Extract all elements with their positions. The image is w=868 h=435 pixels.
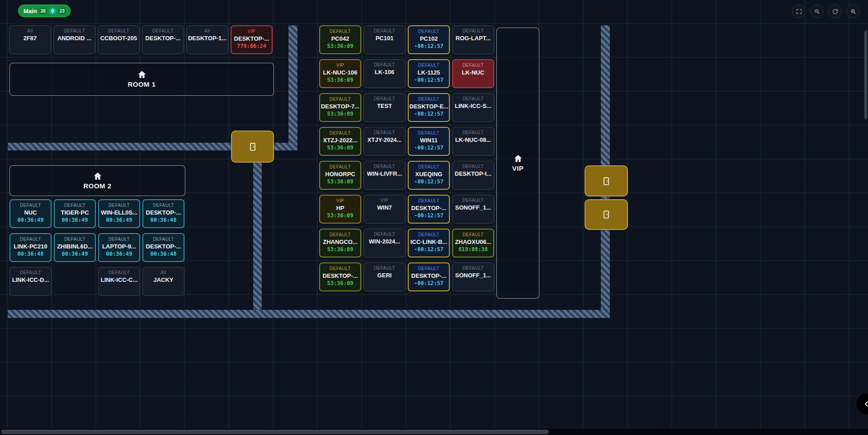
horizontal-scrollbar[interactable] bbox=[0, 429, 868, 435]
pc-card-win-2024[interactable]: DEFAULTWIN-2024... bbox=[363, 229, 406, 257]
pc-card-name: DESKTOP-E... bbox=[410, 103, 448, 110]
pc-card-tag: DEFAULT bbox=[330, 232, 351, 237]
pc-card-time: 00:36:49 bbox=[62, 251, 88, 257]
pc-card-tag: DEFAULT bbox=[374, 96, 395, 101]
pc-card-geri[interactable]: DEFAULTGERI bbox=[363, 262, 406, 291]
pc-card-name: SONOFF_1... bbox=[455, 204, 491, 211]
pc-card-name: PC042 bbox=[331, 35, 349, 42]
pc-card-desktop[interactable]: DEFAULTDESKTOP-...53:36:09 bbox=[319, 262, 361, 291]
pc-card-rog-lapt[interactable]: DEFAULTROG-LAPT... bbox=[452, 25, 494, 54]
pc-card-xueqing[interactable]: DEFAULTXUEQING-00:12:57 bbox=[408, 161, 450, 190]
offline-count-badge: 23 bbox=[58, 8, 66, 14]
pc-card-name: XTJY-2024... bbox=[368, 136, 402, 143]
reset-view-button[interactable] bbox=[828, 5, 842, 18]
pc-card-android[interactable]: DEFAULTANDROID ... bbox=[53, 25, 95, 54]
main-tab-label: Main bbox=[24, 8, 37, 14]
pc-card-link-icc-c[interactable]: DEFAULTLINK-ICC-C... bbox=[98, 267, 140, 296]
pc-card-time: 779:06:24 bbox=[237, 43, 266, 49]
pc-card-pc042[interactable]: DEFAULTPC04253:36:09 bbox=[319, 25, 361, 54]
pc-card-tag: DEFAULT bbox=[330, 97, 351, 102]
zoom-out-button[interactable] bbox=[810, 5, 824, 18]
pc-card-lk-nuc-08[interactable]: DEFAULTLK-NUC-08... bbox=[452, 127, 494, 156]
door-room1[interactable] bbox=[231, 131, 274, 163]
pc-card-win7[interactable]: VIPWIN7 bbox=[363, 195, 406, 224]
pc-card-name: HP bbox=[336, 205, 344, 211]
door-vip-top[interactable] bbox=[585, 165, 628, 196]
pc-card-nuc[interactable]: DEFAULTNUC00:36:49 bbox=[9, 199, 52, 228]
vertical-scrollbar-thumb[interactable] bbox=[864, 31, 867, 119]
pc-card-name: LINK-ICC-S... bbox=[455, 103, 491, 109]
pc-card-time: 00:36:48 bbox=[18, 251, 44, 257]
pc-card-time: 00:36:49 bbox=[106, 251, 132, 257]
pc-card-tag: DEFAULT bbox=[20, 203, 41, 208]
pc-card-tag: DEFAULT bbox=[462, 28, 484, 33]
fullscreen-button[interactable] bbox=[792, 5, 806, 18]
pc-card-time: 53:36:09 bbox=[327, 145, 354, 151]
pc-card-desktop[interactable]: VIPDESKTOP-...779:06:24 bbox=[231, 25, 273, 54]
horizontal-scrollbar-thumb[interactable] bbox=[1, 430, 549, 434]
pc-card-tag: DEFAULT bbox=[330, 29, 351, 34]
pc-card-lk-1125[interactable]: DEFAULTLK-1125-00:12:57 bbox=[408, 59, 450, 88]
pc-card-win-ell0s[interactable]: DEFAULTWIN-ELL0S...00:36:49 bbox=[98, 199, 140, 228]
pc-card-time: 53:36:09 bbox=[327, 281, 354, 286]
pc-card-name: ICC-LINK-B... bbox=[410, 239, 448, 245]
pc-card-name: 2F87 bbox=[24, 35, 37, 42]
pc-card-time: 00:36:49 bbox=[106, 217, 132, 223]
door-vip-bottom[interactable] bbox=[585, 199, 628, 230]
floor-map-canvas: ROOM 1 ROOM 2 VIP All2F87DEFAULTANDROID … bbox=[0, 0, 868, 435]
pc-card-link-icc-s[interactable]: DEFAULTLINK-ICC-S... bbox=[452, 93, 494, 122]
pc-card-laptop-9[interactable]: DEFAULTLAPTOP-9...00:36:49 bbox=[98, 233, 140, 262]
pc-card-zhibinl6d[interactable]: DEFAULTZHIBINL6D...00:36:49 bbox=[54, 233, 96, 262]
pc-card-desktop[interactable]: DEFAULTDESKTOP-...-00:12:57 bbox=[408, 195, 450, 224]
pc-card-time: -00:12:57 bbox=[414, 43, 443, 49]
pc-card-desktop[interactable]: DEFAULTDESKTOP-...00:36:48 bbox=[142, 233, 184, 262]
reset-view-icon bbox=[832, 8, 839, 15]
pc-card-tag: DEFAULT bbox=[462, 232, 484, 237]
pc-card-pc101[interactable]: DEFAULTPC101 bbox=[363, 25, 406, 54]
pc-card-icc-link-b[interactable]: DEFAULTICC-LINK-B...-00:12:57 bbox=[408, 229, 450, 257]
pc-card-tag: DEFAULT bbox=[418, 97, 439, 102]
pc-card-name: ZHAOXU06... bbox=[455, 239, 491, 245]
pc-card-layer: All2F87DEFAULTANDROID ...DEFAULTCCBOOT-2… bbox=[0, 0, 868, 435]
pc-card-ccboot-205[interactable]: DEFAULTCCBOOT-205 bbox=[98, 25, 140, 54]
pc-card-name: DESKTOP-... bbox=[146, 243, 181, 250]
pc-card-tiger-pc[interactable]: DEFAULTTIGER-PC00:36:49 bbox=[54, 199, 96, 228]
pc-card-sonoff-1[interactable]: DEFAULTSONOFF_1... bbox=[452, 262, 494, 291]
pc-card-name: DESKTOP-... bbox=[146, 35, 181, 42]
pc-card-tag: DEFAULT bbox=[418, 29, 439, 34]
pc-card-zhangco[interactable]: DEFAULTZHANGCO...53:36:09 bbox=[319, 229, 361, 257]
pc-card-tag: DEFAULT bbox=[374, 62, 395, 67]
pc-card-tag: VIP bbox=[381, 198, 388, 203]
pc-card-jacky[interactable]: AllJACKY bbox=[142, 267, 184, 296]
door-icon bbox=[601, 176, 611, 186]
pc-card-desktop-i[interactable]: DEFAULTDESKTOP-I... bbox=[452, 161, 494, 190]
pc-card-name: ZHIBINL6D... bbox=[57, 243, 93, 250]
fullscreen-icon bbox=[796, 8, 802, 15]
pc-card-xtjy-2024[interactable]: DEFAULTXTJY-2024... bbox=[363, 127, 406, 156]
pc-card-hp[interactable]: VIPHP53:36:09 bbox=[319, 195, 361, 224]
pc-card-2f87[interactable]: All2F87 bbox=[9, 25, 51, 54]
pc-card-desktop-e[interactable]: DEFAULTDESKTOP-E...-00:12:57 bbox=[408, 93, 450, 122]
pc-card-desktop[interactable]: DEFAULTDESKTOP-...00:36:48 bbox=[142, 199, 184, 228]
pc-card-xtzj-2022[interactable]: DEFAULTXTZJ-2022...53:36:09 bbox=[319, 127, 361, 156]
pc-card-desktop[interactable]: DEFAULTDESKTOP-... bbox=[142, 25, 184, 54]
pc-card-zhaoxu06[interactable]: DEFAULTZHAOXU06...819:09:38 bbox=[452, 229, 494, 257]
pc-card-link-icc-d[interactable]: DEFAULTLINK-ICC-D... bbox=[9, 267, 52, 296]
tab-main[interactable]: Main 28 0 23 bbox=[18, 5, 71, 17]
pc-card-link-pc210[interactable]: DEFAULTLINK-PC21000:36:48 bbox=[9, 233, 52, 262]
pc-card-tag: DEFAULT bbox=[64, 203, 85, 208]
zoom-in-button[interactable] bbox=[846, 5, 860, 18]
pc-card-lk-nuc-106[interactable]: VIPLK-NUC-10653:36:09 bbox=[319, 59, 361, 88]
pc-card-lk-nuc[interactable]: DEFAULTLK-NUC bbox=[452, 59, 494, 88]
pc-card-win-livfr[interactable]: DEFAULTWIN-LIVFR... bbox=[363, 161, 406, 190]
pc-card-honorpc[interactable]: DEFAULTHONORPC53:36:09 bbox=[319, 161, 361, 190]
pc-card-sonoff-1[interactable]: DEFAULTSONOFF_1... bbox=[452, 195, 494, 224]
pc-card-win11[interactable]: DEFAULTWIN11-00:12:57 bbox=[408, 127, 450, 156]
pc-card-pc102[interactable]: DEFAULTPC102-00:12:57 bbox=[408, 25, 450, 54]
pc-card-lk-106[interactable]: DEFAULTLK-106 bbox=[363, 59, 406, 88]
pc-card-desktop-1[interactable]: AllDESKTOP-1... bbox=[186, 25, 228, 54]
pc-card-desktop[interactable]: DEFAULTDESKTOP-...-00:12:57 bbox=[408, 262, 450, 291]
pc-card-test[interactable]: DEFAULTTEST bbox=[363, 93, 406, 122]
pc-card-name: WIN-LIVFR... bbox=[367, 170, 402, 177]
pc-card-desktop-7[interactable]: DEFAULTDESKTOP-7...53:36:09 bbox=[319, 93, 361, 122]
